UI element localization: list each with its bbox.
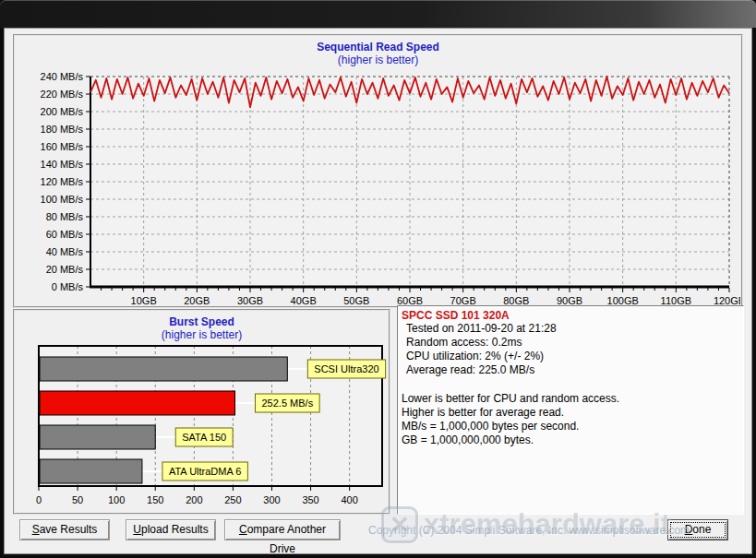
svg-text:80GB: 80GB: [503, 295, 529, 305]
burst-speed-title: Burst Speed: [15, 311, 389, 328]
svg-text:0 MB/s: 0 MB/s: [52, 281, 84, 292]
tested-on-line: Tested on 2011-09-20 at 21:28: [402, 322, 739, 336]
svg-text:220 MB/s: 220 MB/s: [41, 89, 84, 100]
note-mbs-definition: MB/s = 1,000,000 bytes per second.: [402, 420, 739, 433]
note-lower-better: Lower is better for CPU and random acces…: [402, 392, 739, 406]
hd-tach-window: HD Tach version 3.0.4.0 - For non-commer…: [0, 0, 756, 558]
svg-text:252.5 MB/s: 252.5 MB/s: [262, 398, 314, 409]
svg-text:100 MB/s: 100 MB/s: [41, 194, 84, 205]
client-area: Sequential Read Speed (higher is better)…: [4, 28, 752, 554]
random-access-line: Random access: 0.2ms: [402, 336, 739, 350]
svg-text:100GB: 100GB: [607, 295, 639, 305]
svg-text:200: 200: [186, 494, 202, 505]
svg-text:40 MB/s: 40 MB/s: [46, 246, 84, 257]
results-info-panel: SPCC SSD 101 320A Tested on 2011-09-20 a…: [397, 305, 744, 515]
svg-text:40GB: 40GB: [291, 295, 317, 305]
svg-text:SCSI Ultra320: SCSI Ultra320: [314, 363, 378, 374]
svg-text:30GB: 30GB: [237, 295, 263, 305]
svg-text:180 MB/s: 180 MB/s: [41, 124, 84, 135]
copyright-text: Copyright (C) 2004 Simpli Software, Inc.…: [368, 524, 690, 537]
sequential-read-panel: Sequential Read Speed (higher is better)…: [13, 34, 743, 308]
note-gb-definition: GB = 1,000,000,000 bytes.: [402, 433, 739, 447]
svg-text:ATA UltraDMA 6: ATA UltraDMA 6: [169, 466, 241, 477]
svg-text:100: 100: [108, 494, 125, 505]
svg-text:90GB: 90GB: [557, 295, 582, 305]
svg-text:0: 0: [36, 494, 42, 505]
svg-text:10GB: 10GB: [131, 295, 157, 305]
svg-text:50: 50: [72, 494, 83, 505]
svg-text:160 MB/s: 160 MB/s: [41, 141, 84, 152]
svg-text:60 MB/s: 60 MB/s: [46, 229, 84, 240]
svg-text:20GB: 20GB: [184, 295, 210, 305]
svg-text:300: 300: [263, 494, 280, 505]
burst-speed-chart: SCSI Ultra320252.5 MB/sSATA 150ATA Ultra…: [17, 344, 388, 516]
drive-name: SPCC SSD 101 320A: [402, 309, 739, 322]
svg-text:250: 250: [224, 494, 241, 505]
svg-text:110GB: 110GB: [661, 295, 691, 305]
svg-text:50GB: 50GB: [343, 295, 369, 305]
svg-text:140 MB/s: 140 MB/s: [41, 159, 84, 170]
svg-text:80 MB/s: 80 MB/s: [46, 211, 84, 222]
sequential-read-chart: 0 MB/s20 MB/s40 MB/s60 MB/s80 MB/s100 MB…: [17, 67, 740, 305]
svg-text:70GB: 70GB: [450, 295, 476, 305]
svg-text:60GB: 60GB: [397, 295, 423, 305]
compare-another-drive-button[interactable]: Compare Another Drive: [224, 519, 341, 540]
note-higher-better: Higher is better for average read.: [402, 406, 739, 420]
svg-text:150: 150: [147, 494, 163, 505]
svg-text:240 MB/s: 240 MB/s: [41, 71, 84, 82]
upload-results-button[interactable]: Upload Results: [126, 519, 216, 540]
svg-text:120 MB/s: 120 MB/s: [41, 176, 84, 187]
svg-text:20 MB/s: 20 MB/s: [46, 264, 84, 275]
save-results-button[interactable]: Save Results: [19, 519, 110, 540]
average-read-line: Average read: 225.0 MB/s: [402, 363, 739, 377]
sequential-read-title: Sequential Read Speed: [15, 36, 741, 53]
svg-text:200 MB/s: 200 MB/s: [41, 106, 84, 117]
burst-speed-subtitle: (higher is better): [15, 328, 389, 341]
title-bar[interactable]: HD Tach version 3.0.4.0 - For non-commer…: [0, 0, 756, 28]
cpu-utilization-line: CPU utilization: 2% (+/- 2%): [402, 350, 739, 363]
svg-text:120GB: 120GB: [714, 295, 740, 305]
sequential-read-subtitle: (higher is better): [15, 53, 741, 66]
burst-speed-panel: Burst Speed (higher is better) SCSI Ultr…: [13, 309, 390, 515]
svg-text:400: 400: [341, 494, 357, 505]
svg-text:350: 350: [302, 494, 318, 505]
svg-text:SATA 150: SATA 150: [182, 432, 226, 443]
